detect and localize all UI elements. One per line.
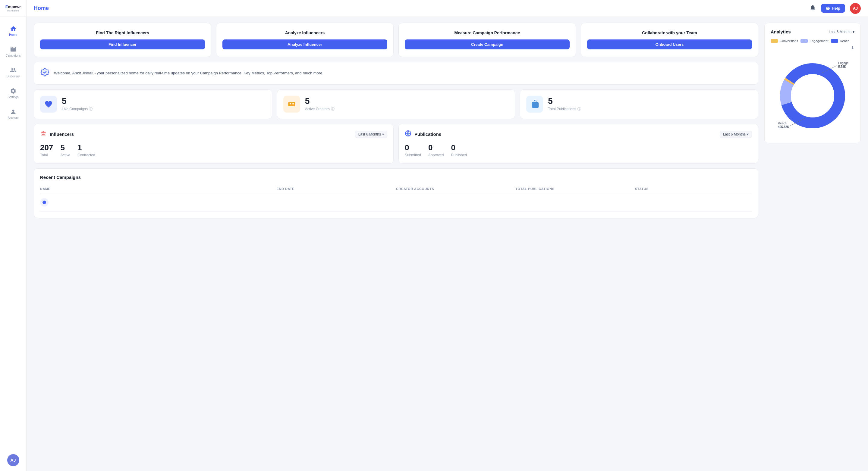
- publications-published-number: 0: [451, 143, 467, 153]
- sidebar-item-settings[interactable]: Settings: [0, 83, 26, 103]
- conversions-legend-label: Conversions: [780, 39, 798, 43]
- app-logo: Empowr by Khanoo: [0, 0, 26, 17]
- publications-approved: 0 Approved: [428, 143, 444, 157]
- analyze-influencer-button[interactable]: Analyze Influencer: [222, 39, 387, 49]
- help-button[interactable]: Help: [821, 4, 845, 13]
- notification-icon[interactable]: [809, 4, 816, 12]
- discovery-icon: [10, 67, 17, 73]
- donut-chart-svg: Engagement 5.78K Reach 405.52K: [776, 60, 849, 132]
- publications-approved-label: Approved: [428, 153, 444, 157]
- engagement-legend-label: Engagement: [809, 39, 828, 43]
- action-card-create-campaign: Measure Campaign Performance Create Camp…: [398, 23, 576, 57]
- quick-actions-grid: Find The Right Influencers Find Influenc…: [34, 23, 758, 57]
- create-campaign-button[interactable]: Create Campaign: [405, 39, 569, 49]
- sidebar-settings-label: Settings: [7, 96, 19, 99]
- svg-text:Engagement: Engagement: [838, 61, 849, 65]
- welcome-banner: Welcome, Ankit Jindal! - your personaliz…: [34, 62, 758, 85]
- sidebar-item-home[interactable]: Home: [0, 21, 26, 41]
- table-row-placeholder: [40, 193, 752, 212]
- settings-icon: [10, 88, 17, 94]
- conversions-legend-dot: [771, 39, 778, 43]
- publications-published: 0 Published: [451, 143, 467, 157]
- action-card-analyze-influencer: Analyze Influencers Analyze Influencer: [216, 23, 394, 57]
- publications-title-group: Publications: [405, 130, 441, 138]
- legend-engagement: Engagement: [801, 39, 828, 43]
- page-content: Find The Right Influencers Find Influenc…: [27, 17, 868, 471]
- influencers-contracted-label: Contracted: [78, 153, 95, 157]
- reach-legend-dot: [831, 39, 838, 43]
- svg-text:5.78K: 5.78K: [838, 65, 846, 68]
- publications-panel: Publications Last 6 Months ▾ 0 Submitted: [398, 124, 758, 164]
- row-name-cell: [40, 198, 752, 207]
- col-creator-accounts: Creator Accounts: [396, 187, 513, 191]
- active-creators-icon-wrap: [283, 96, 300, 113]
- onboard-users-button[interactable]: Onboard Users: [587, 39, 752, 49]
- onboard-users-title: Collaborate with your Team: [642, 30, 697, 35]
- svg-rect-0: [288, 102, 295, 106]
- col-name: Name: [40, 187, 274, 191]
- col-status: Status: [635, 187, 752, 191]
- campaigns-table-header: Name End Date Creator Accounts Total Pub…: [40, 184, 752, 193]
- total-publications-info: 5 Total Publications ⓘ: [548, 97, 581, 112]
- sidebar-discovery-label: Discovery: [7, 75, 20, 78]
- total-publications-label: Total Publications ⓘ: [548, 107, 581, 112]
- active-creators-label: Active Creators ⓘ: [305, 107, 335, 112]
- influencers-total: 207 Total: [40, 143, 53, 157]
- engagement-legend-dot: [801, 39, 808, 43]
- svg-point-3: [44, 132, 46, 134]
- active-creators-info: 5 Active Creators ⓘ: [305, 97, 335, 112]
- total-publications-info-icon[interactable]: ⓘ: [578, 107, 581, 112]
- page-title: Home: [34, 5, 809, 11]
- download-icon[interactable]: ⬇: [851, 45, 855, 50]
- header-actions: Help AJ: [809, 3, 861, 14]
- live-campaigns-icon-wrap: [40, 96, 57, 113]
- analytics-header: Analytics Last 6 Months ▾: [771, 29, 855, 34]
- sidebar-user-avatar[interactable]: AJ: [7, 454, 19, 471]
- live-campaigns-info-icon[interactable]: ⓘ: [89, 107, 93, 112]
- sidebar-home-label: Home: [9, 33, 17, 36]
- donut-chart-container: Engagement 5.78K Reach 405.52K: [771, 55, 855, 137]
- sidebar-item-discovery[interactable]: Discovery: [0, 63, 26, 82]
- svg-text:Reach: Reach: [778, 122, 786, 125]
- publications-filter[interactable]: Last 6 Months ▾: [720, 131, 752, 138]
- analytics-filter[interactable]: Last 6 Months ▾: [829, 30, 855, 34]
- find-influencer-title: Find The Right Influencers: [96, 30, 149, 35]
- influencers-total-number: 207: [40, 143, 53, 153]
- sidebar-campaigns-label: Campaigns: [5, 54, 21, 57]
- col-total-publications: Total Publications: [516, 187, 632, 191]
- data-panels: Influencers Last 6 Months ▾ 207 Total: [34, 124, 758, 164]
- main-content: Home Help AJ Find The Right Influencers …: [27, 0, 868, 471]
- col-end-date: End Date: [277, 187, 394, 191]
- influencers-panel-icon: [40, 130, 47, 138]
- stat-card-active-creators: 5 Active Creators ⓘ: [277, 90, 516, 119]
- publications-submitted-number: 0: [405, 143, 421, 153]
- campaigns-icon: [10, 46, 17, 53]
- live-campaigns-label: Live Campaigns ⓘ: [62, 107, 93, 112]
- influencers-stats: 207 Total 5 Active 1 Contracted: [40, 143, 387, 157]
- sidebar-item-account[interactable]: Account: [0, 104, 26, 124]
- svg-point-2: [41, 132, 43, 134]
- sidebar-item-campaigns[interactable]: Campaigns: [0, 42, 26, 61]
- publications-submitted-label: Submitted: [405, 153, 421, 157]
- publications-panel-header: Publications Last 6 Months ▾: [405, 130, 752, 138]
- find-influencer-button[interactable]: Find Influencer: [40, 39, 205, 49]
- influencers-active-label: Active: [60, 153, 70, 157]
- home-icon: [10, 25, 17, 32]
- sidebar-avatar[interactable]: AJ: [7, 454, 19, 466]
- account-icon: [10, 108, 17, 115]
- sidebar-nav: Home Campaigns Discovery Settings Accoun…: [0, 17, 26, 454]
- active-creators-info-icon[interactable]: ⓘ: [331, 107, 335, 112]
- user-avatar[interactable]: AJ: [850, 3, 861, 14]
- analytics-legend-row: Conversions Engagement Reach ⬇: [771, 39, 855, 50]
- total-publications-number: 5: [548, 97, 581, 105]
- influencers-title-group: Influencers: [40, 130, 74, 138]
- stat-card-total-publications: 5 Total Publications ⓘ: [520, 90, 758, 119]
- sidebar-account-label: Account: [7, 116, 19, 120]
- svg-point-9: [791, 74, 834, 117]
- svg-text:405.52K: 405.52K: [778, 125, 789, 129]
- influencers-filter[interactable]: Last 6 Months ▾: [355, 131, 387, 138]
- welcome-message: Welcome, Ankit Jindal! - your personaliz…: [54, 70, 323, 76]
- help-label: Help: [832, 6, 840, 10]
- influencers-active: 5 Active: [60, 143, 70, 157]
- publications-stats: 0 Submitted 0 Approved 0 Published: [405, 143, 752, 157]
